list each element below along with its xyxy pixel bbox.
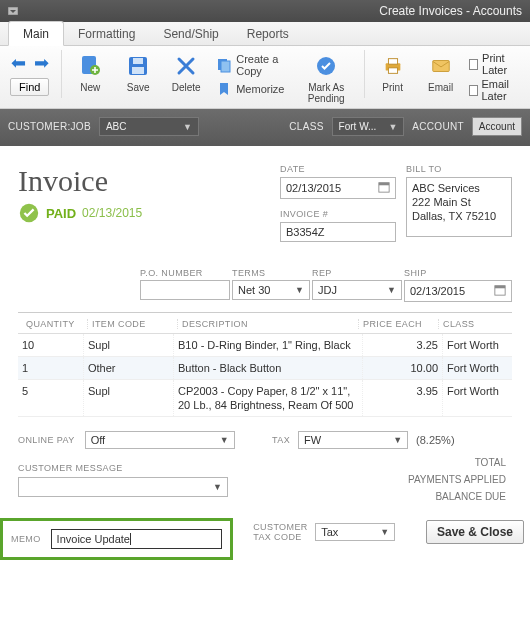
svg-rect-11 (388, 59, 397, 64)
date-input[interactable]: 02/13/2015 (280, 177, 396, 199)
customer-job-select[interactable]: ABC ▼ (99, 117, 199, 136)
window-menu-icon[interactable] (8, 7, 18, 15)
text-cursor (130, 533, 131, 545)
find-button[interactable]: Find (10, 78, 49, 96)
col-item: ITEM CODE (87, 319, 177, 329)
table-row[interactable]: 5 Supl CP2003 - Copy Paper, 8 1/2" x 11"… (18, 380, 512, 417)
calendar-icon[interactable] (494, 284, 506, 298)
class-select[interactable]: Fort W... ▼ (332, 117, 405, 136)
tab-sendship[interactable]: Send/Ship (149, 22, 232, 45)
ship-date-input[interactable]: 02/13/2015 (404, 280, 512, 302)
cell-class[interactable]: Fort Worth (442, 334, 512, 356)
save-label: Save (127, 82, 150, 93)
table-row[interactable]: 1 Other Button - Black Button 10.00 Fort… (18, 357, 512, 380)
cell-qty[interactable]: 10 (18, 334, 83, 356)
customer-job-label: CUSTOMER:JOB (8, 121, 91, 132)
customer-tax-code-select[interactable]: Tax ▼ (315, 523, 395, 541)
cell-price[interactable]: 3.25 (362, 334, 442, 356)
tab-formatting[interactable]: Formatting (64, 22, 149, 45)
chevron-down-icon: ▼ (387, 285, 396, 295)
table-row[interactable]: 10 Supl B10 - D-Ring Binder, 1" Ring, Bl… (18, 334, 512, 357)
customer-tax-code-field: CUSTOMER TAX CODE Tax ▼ (253, 522, 395, 542)
email-button[interactable]: Email (419, 50, 463, 95)
chevron-down-icon: ▼ (183, 122, 192, 132)
delete-icon (172, 52, 200, 80)
cell-desc[interactable]: B10 - D-Ring Binder, 1" Ring, Black (173, 334, 362, 356)
save-close-button[interactable]: Save & Close (426, 520, 524, 544)
po-input[interactable] (140, 280, 230, 300)
customer-message-select[interactable]: ▼ (18, 477, 228, 497)
date-value: 02/13/2015 (286, 182, 341, 194)
create-copy-button[interactable]: Create a Copy (214, 52, 288, 78)
cell-price[interactable]: 3.95 (362, 380, 442, 416)
email-later-checkbox[interactable]: Email Later (469, 78, 524, 102)
class-value: Fort W... (339, 121, 377, 132)
new-icon (76, 52, 104, 80)
meta-row: P.O. NUMBER TERMS Net 30 ▼ REP JDJ ▼ SHI… (18, 268, 512, 302)
customer-tax-code-label: CUSTOMER TAX CODE (253, 522, 309, 542)
online-pay-select[interactable]: Off ▼ (85, 431, 235, 449)
memo-value: Invoice Update (57, 533, 130, 545)
total-label: TOTAL (475, 457, 506, 468)
cell-price[interactable]: 10.00 (362, 357, 442, 379)
cell-qty[interactable]: 5 (18, 380, 83, 416)
calendar-icon[interactable] (378, 181, 390, 195)
cell-desc[interactable]: CP2003 - Copy Paper, 8 1/2" x 11", 20 Lb… (173, 380, 362, 416)
col-qty: QUANTITY (22, 319, 87, 329)
cell-item[interactable]: Other (83, 357, 173, 379)
cell-qty[interactable]: 1 (18, 357, 83, 379)
delete-button[interactable]: Delete (164, 50, 208, 95)
ship-col: SHIP 02/13/2015 (404, 268, 512, 302)
print-button[interactable]: Print (371, 50, 415, 95)
cell-desc[interactable]: Button - Black Button (173, 357, 362, 379)
new-button[interactable]: New (68, 50, 112, 95)
tax-select[interactable]: FW ▼ (298, 431, 408, 449)
next-arrow-icon[interactable]: ➡ (34, 52, 49, 74)
print-later-label: Print Later (482, 52, 524, 76)
email-icon (427, 52, 455, 80)
tab-main[interactable]: Main (8, 21, 64, 46)
memorize-button[interactable]: Memorize (214, 80, 288, 98)
window-title-bar: Create Invoices - Accounts (0, 0, 530, 22)
print-label: Print (382, 82, 403, 93)
tax-label: TAX (272, 435, 290, 445)
checkbox-icon (469, 85, 478, 96)
invoice-no-value: B3354Z (286, 226, 325, 238)
rep-label: REP (312, 268, 402, 278)
print-later-checkbox[interactable]: Print Later (469, 52, 524, 76)
cell-item[interactable]: Supl (83, 380, 173, 416)
po-col: P.O. NUMBER (140, 268, 230, 302)
terms-col: TERMS Net 30 ▼ (232, 268, 310, 302)
svg-rect-16 (379, 183, 389, 186)
billto-label: BILL TO (406, 164, 512, 174)
svg-rect-18 (495, 286, 505, 289)
cell-class[interactable]: Fort Worth (442, 380, 512, 416)
invoice-title-block: Invoice PAID 02/13/2015 (18, 164, 142, 224)
rep-select[interactable]: JDJ ▼ (312, 280, 402, 300)
billto-input[interactable]: ABC Services 222 Main St Dallas, TX 7521… (406, 177, 512, 237)
cell-item[interactable]: Supl (83, 334, 173, 356)
create-copy-icon (216, 57, 232, 73)
online-pay-field: ONLINE PAY Off ▼ (18, 431, 258, 449)
mark-pending-button[interactable]: Mark As Pending (295, 50, 358, 106)
col-desc: DESCRIPTION (177, 319, 358, 329)
ship-value: 02/13/2015 (410, 285, 465, 297)
cell-class[interactable]: Fort Worth (442, 357, 512, 379)
tax-value: FW (304, 434, 321, 446)
date-label: DATE (280, 164, 396, 174)
nav-group: ⬅ ➡ Find (4, 50, 55, 98)
mark-pending-icon (312, 52, 340, 80)
invoice-no-input[interactable]: B3354Z (280, 222, 396, 242)
terms-select[interactable]: Net 30 ▼ (232, 280, 310, 300)
save-button[interactable]: Save (116, 50, 160, 95)
tab-reports[interactable]: Reports (233, 22, 303, 45)
invoice-header: Invoice PAID 02/13/2015 DATE 02/13/2015 (18, 164, 512, 242)
ribbon-toolbar: ⬅ ➡ Find New Save Delete Create a Copy (0, 46, 530, 109)
customer-message-field: CUSTOMER MESSAGE ▼ (18, 463, 258, 497)
prev-arrow-icon[interactable]: ⬅ (11, 52, 26, 74)
bottom-section: MEMO Invoice Update CUSTOMER TAX CODE Ta… (0, 512, 530, 560)
account-input[interactable]: Account (472, 117, 522, 136)
copy-memorize-group: Create a Copy Memorize (212, 50, 290, 100)
memo-input[interactable]: Invoice Update (51, 529, 223, 549)
balance-due-label: BALANCE DUE (435, 491, 506, 502)
